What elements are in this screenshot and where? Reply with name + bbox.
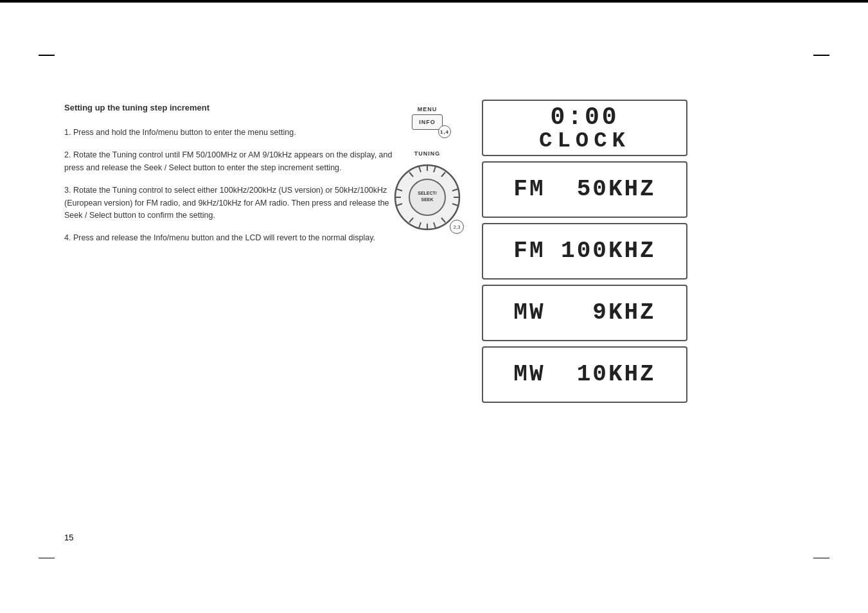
lcd-panel-mw9: MW 9KHZ xyxy=(482,285,687,341)
lcd-panel-fm50: FM 50KHZ xyxy=(482,161,687,218)
tick-br xyxy=(813,558,829,559)
svg-text:SEEK: SEEK xyxy=(421,197,433,202)
instruction-item-2: 2. Rotate the Tuning control until FM 50… xyxy=(64,149,405,174)
lcd-fm100-text: FM 100KHZ xyxy=(513,240,655,263)
lcd-panel-mw10: MW 10KHZ xyxy=(482,346,687,403)
instruction-text-4: Press and release the Info/menu button a… xyxy=(73,233,375,242)
left-content-area: Setting up the tuning step increment 1. … xyxy=(64,103,405,255)
corner-mark-br xyxy=(0,2,868,3)
section-title: Setting up the tuning step increment xyxy=(64,103,405,112)
info-button[interactable]: INFO 1,4 xyxy=(412,114,443,130)
lcd-clock-word: CLOCK xyxy=(539,129,630,153)
badge-14: 1,4 xyxy=(438,125,451,138)
lcd-panel-clock: 0:00 CLOCK xyxy=(482,100,687,156)
info-button-label: INFO xyxy=(419,119,436,125)
diagram-column: MENU INFO 1,4 TUNING xyxy=(392,100,463,403)
lcd-mw10-text: MW 10KHZ xyxy=(513,363,655,386)
instruction-num-2: 2. xyxy=(64,150,73,159)
tuning-knob-wrap: SELECT/ SEEK 2,3 xyxy=(392,162,463,235)
displays-column: 0:00 CLOCK FM 50KHZ FM 100KHZ MW 9KHZ MW… xyxy=(482,100,687,403)
tuning-label: TUNING xyxy=(414,150,441,157)
instruction-num-1: 1. xyxy=(64,128,73,137)
instruction-num-3: 3. xyxy=(64,186,73,195)
lcd-clock-content: 0:00 CLOCK xyxy=(539,103,630,153)
svg-text:SELECT/: SELECT/ xyxy=(418,191,437,195)
instruction-text-2: Rotate the Tuning control until FM 50/10… xyxy=(64,150,392,172)
page-number: 15 xyxy=(64,533,73,542)
lcd-time-text: 0:00 xyxy=(550,103,619,131)
instruction-list: 1. Press and hold the Info/menu button t… xyxy=(64,127,405,245)
instruction-text-3: Rotate the Tuning control to select eith… xyxy=(64,186,389,220)
lcd-panel-fm100: FM 100KHZ xyxy=(482,223,687,280)
instruction-item-3: 3. Rotate the Tuning control to select e… xyxy=(64,184,405,222)
tick-tr xyxy=(813,55,829,56)
tick-tl xyxy=(39,55,55,56)
instruction-num-4: 4. xyxy=(64,233,73,242)
tick-bl xyxy=(39,558,55,559)
lcd-fm50-text: FM 50KHZ xyxy=(513,178,655,201)
badge-23: 2,3 xyxy=(450,220,464,234)
lcd-mw9-text: MW 9KHZ xyxy=(513,301,655,324)
instruction-item-4: 4. Press and release the Info/menu butto… xyxy=(64,232,405,244)
instruction-item-1: 1. Press and hold the Info/menu button t… xyxy=(64,127,405,139)
menu-label: MENU xyxy=(418,106,438,112)
info-button-area: MENU INFO 1,4 xyxy=(412,106,443,130)
instruction-text-1: Press and hold the Info/menu button to e… xyxy=(73,128,296,137)
right-content-area: MENU INFO 1,4 TUNING xyxy=(392,100,829,403)
